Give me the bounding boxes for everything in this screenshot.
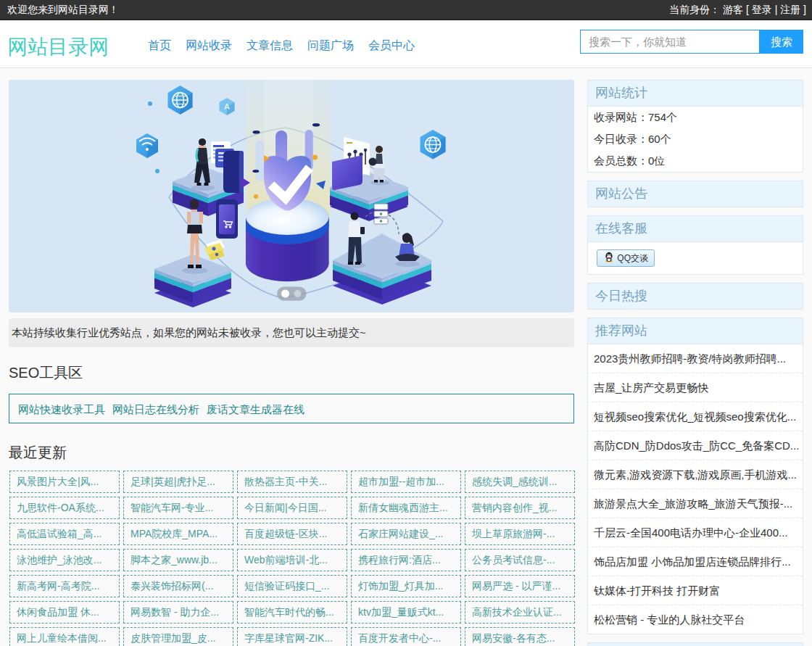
svg-text:A: A [224, 102, 230, 111]
